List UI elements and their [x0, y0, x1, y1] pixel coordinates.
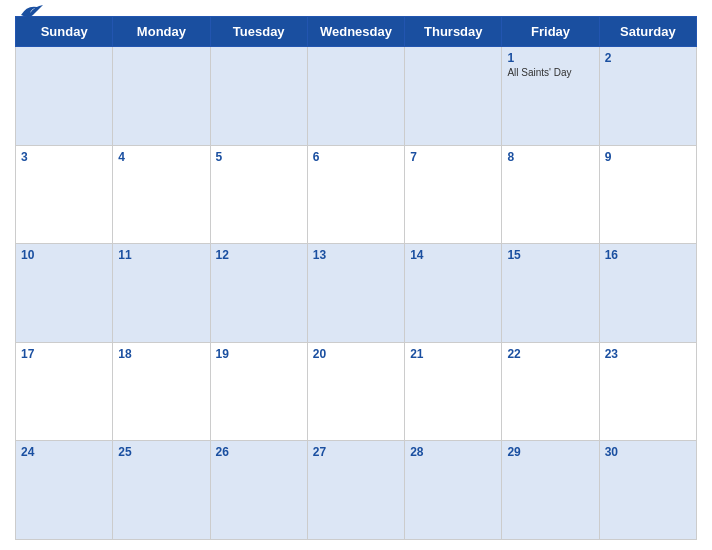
day-number: 9: [605, 150, 691, 164]
day-number: 7: [410, 150, 496, 164]
day-number: 24: [21, 445, 107, 459]
calendar-cell: 9: [599, 145, 696, 244]
calendar-week-1: 1All Saints' Day2: [16, 47, 697, 146]
calendar-cell: 26: [210, 441, 307, 540]
calendar-cell: 27: [307, 441, 404, 540]
day-number: 3: [21, 150, 107, 164]
calendar-cell: 12: [210, 244, 307, 343]
day-number: 14: [410, 248, 496, 262]
calendar-cell: 11: [113, 244, 210, 343]
day-number: 25: [118, 445, 204, 459]
calendar-week-2: 3456789: [16, 145, 697, 244]
day-number: 12: [216, 248, 302, 262]
calendar-cell: 7: [405, 145, 502, 244]
calendar-cell: [113, 47, 210, 146]
day-number: 4: [118, 150, 204, 164]
calendar-cell: 17: [16, 342, 113, 441]
calendar-cell: 25: [113, 441, 210, 540]
calendar-cell: 22: [502, 342, 599, 441]
day-number: 22: [507, 347, 593, 361]
day-number: 18: [118, 347, 204, 361]
day-number: 8: [507, 150, 593, 164]
day-number: 21: [410, 347, 496, 361]
logo: [15, 1, 45, 19]
calendar-cell: 29: [502, 441, 599, 540]
calendar-cell: 5: [210, 145, 307, 244]
day-number: 16: [605, 248, 691, 262]
day-number: 29: [507, 445, 593, 459]
day-number: 5: [216, 150, 302, 164]
day-header-friday: Friday: [502, 17, 599, 47]
calendar-cell: 1All Saints' Day: [502, 47, 599, 146]
day-number: 28: [410, 445, 496, 459]
calendar-cell: 15: [502, 244, 599, 343]
calendar-cell: 14: [405, 244, 502, 343]
day-number: 27: [313, 445, 399, 459]
day-header-saturday: Saturday: [599, 17, 696, 47]
day-header-thursday: Thursday: [405, 17, 502, 47]
calendar-table: SundayMondayTuesdayWednesdayThursdayFrid…: [15, 16, 697, 540]
calendar-cell: 3: [16, 145, 113, 244]
day-number: 20: [313, 347, 399, 361]
day-number: 2: [605, 51, 691, 65]
day-header-tuesday: Tuesday: [210, 17, 307, 47]
calendar-cell: [210, 47, 307, 146]
calendar-week-3: 10111213141516: [16, 244, 697, 343]
calendar-cell: 19: [210, 342, 307, 441]
day-header-wednesday: Wednesday: [307, 17, 404, 47]
calendar-cell: 16: [599, 244, 696, 343]
day-number: 6: [313, 150, 399, 164]
day-number: 23: [605, 347, 691, 361]
calendar-cell: 23: [599, 342, 696, 441]
calendar-cell: 4: [113, 145, 210, 244]
calendar-cell: 8: [502, 145, 599, 244]
day-event: All Saints' Day: [507, 67, 593, 78]
calendar-cell: [16, 47, 113, 146]
calendar-cell: 6: [307, 145, 404, 244]
calendar-cell: 28: [405, 441, 502, 540]
logo-bird-icon: [17, 1, 45, 19]
day-number: 15: [507, 248, 593, 262]
calendar-cell: 24: [16, 441, 113, 540]
calendar-cell: 13: [307, 244, 404, 343]
day-number: 17: [21, 347, 107, 361]
calendar-cell: 2: [599, 47, 696, 146]
calendar-cell: 20: [307, 342, 404, 441]
calendar-cell: [307, 47, 404, 146]
calendar-cell: 30: [599, 441, 696, 540]
day-number: 19: [216, 347, 302, 361]
day-header-monday: Monday: [113, 17, 210, 47]
calendar-cell: [405, 47, 502, 146]
calendar-cell: 21: [405, 342, 502, 441]
day-number: 26: [216, 445, 302, 459]
day-number: 13: [313, 248, 399, 262]
calendar-week-4: 17181920212223: [16, 342, 697, 441]
calendar-cell: 10: [16, 244, 113, 343]
day-number: 30: [605, 445, 691, 459]
day-header-sunday: Sunday: [16, 17, 113, 47]
calendar-cell: 18: [113, 342, 210, 441]
day-number: 11: [118, 248, 204, 262]
calendar-week-5: 24252627282930: [16, 441, 697, 540]
day-number: 10: [21, 248, 107, 262]
day-number: 1: [507, 51, 593, 65]
